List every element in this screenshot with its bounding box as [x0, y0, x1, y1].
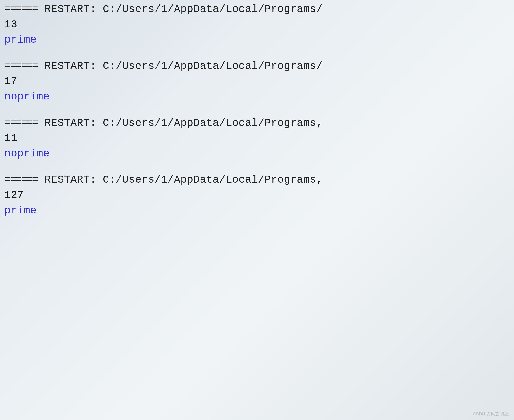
watermark-text: CSDN @风云·微星: [473, 411, 509, 417]
output-value: prime: [4, 203, 514, 218]
restart-equals: ======: [4, 117, 38, 129]
restart-label: RESTART:: [38, 60, 103, 72]
restart-line: ====== RESTART: C:/Users/1/AppData/Local…: [4, 116, 514, 131]
input-value: 17: [4, 74, 514, 89]
restart-label: RESTART:: [38, 174, 103, 186]
run-block-4: ====== RESTART: C:/Users/1/AppData/Local…: [4, 172, 514, 218]
input-value: 13: [4, 17, 514, 32]
restart-path: C:/Users/1/AppData/Local/Programs/: [103, 3, 323, 15]
input-value: 11: [4, 131, 514, 146]
restart-equals: ======: [4, 174, 38, 186]
run-block-3: ====== RESTART: C:/Users/1/AppData/Local…: [4, 116, 514, 161]
run-block-1: ====== RESTART: C:/Users/1/AppData/Local…: [4, 2, 514, 47]
output-value: noprime: [4, 89, 514, 104]
output-value: prime: [4, 32, 514, 47]
output-value: noprime: [4, 146, 514, 161]
restart-label: RESTART:: [38, 3, 103, 15]
restart-label: RESTART:: [38, 117, 103, 129]
restart-path: C:/Users/1/AppData/Local/Programs/: [103, 60, 323, 72]
restart-equals: ======: [4, 3, 38, 15]
restart-line: ====== RESTART: C:/Users/1/AppData/Local…: [4, 59, 514, 74]
restart-equals: ======: [4, 60, 38, 72]
input-value: 127: [4, 188, 514, 203]
restart-path: C:/Users/1/AppData/Local/Programs,: [103, 117, 323, 129]
run-block-2: ====== RESTART: C:/Users/1/AppData/Local…: [4, 59, 514, 104]
restart-line: ====== RESTART: C:/Users/1/AppData/Local…: [4, 2, 514, 17]
restart-line: ====== RESTART: C:/Users/1/AppData/Local…: [4, 172, 514, 188]
restart-path: C:/Users/1/AppData/Local/Programs,: [103, 174, 323, 186]
